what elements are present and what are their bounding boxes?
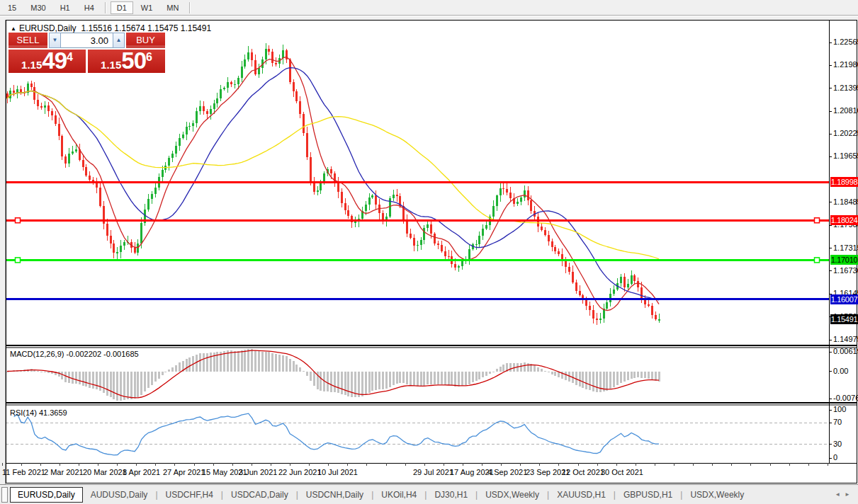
collapse-triangle-icon: ▲	[11, 25, 16, 32]
price-tick-1.19655: 1.19655	[833, 151, 858, 160]
tab-UKOil-H4[interactable]: UKOil,H4	[373, 488, 424, 502]
price-badge-1.18024: 1.18024	[830, 215, 858, 225]
overlay-MA-slow	[7, 91, 659, 259]
tab-USDX-Weekly[interactable]: USDX,Weekly	[682, 488, 752, 502]
sell-button[interactable]: SELL	[9, 33, 47, 48]
price-tick-1.14975: 1.14975	[833, 335, 858, 343]
price-tick-1.20225: 1.20225	[833, 129, 858, 137]
date-label: 11 Feb 2021	[2, 468, 45, 476]
price-tick-1.20810: 1.20810	[833, 106, 858, 115]
price-badge-1.15491: 1.15491	[830, 314, 858, 324]
rsi-indicator-label: RSI(14) 41.3659	[10, 408, 67, 417]
tab-scroll-right-icon[interactable]: ►	[845, 491, 854, 498]
date-label: 30 Oct 2021	[601, 468, 643, 476]
macd-zero-tick: 0.00	[833, 367, 848, 375]
sell-price-prefix: 1.15	[21, 59, 42, 71]
tab-EURUSD-Daily[interactable]: EURUSD,Daily	[10, 487, 83, 503]
mt4-window: 15M30H1H4D1W1MN ▲EURUSD,Daily1.15516 1.1…	[0, 0, 858, 504]
price-tick-1.17315: 1.17315	[833, 244, 858, 252]
buy-price-big: 50	[121, 50, 146, 71]
price-badge-1.18998: 1.18998	[830, 177, 858, 187]
date-label: 3 Jun 2021	[239, 468, 277, 476]
buy-button[interactable]: BUY	[126, 33, 165, 48]
tab-scroll-arrows[interactable]: ◄►	[835, 491, 854, 498]
chart-title: ▲EURUSD,Daily1.15516 1.15674 1.15475 1.1…	[11, 23, 211, 33]
chart-tab-bar: EURUSD,DailyAUDUSD,Daily|USDCHF,H4|USDCA…	[0, 484, 858, 504]
date-label: 10 Jul 2021	[317, 468, 358, 476]
date-label: 22 Jun 2021	[278, 468, 322, 476]
macd-indicator-label: MACD(12,26,9) -0.002202 -0.001685	[10, 350, 139, 358]
tab-USDCNH-Daily[interactable]: USDCNH,Daily	[298, 488, 371, 502]
overlay-MA-medium	[7, 68, 659, 300]
rsi-0-tick: 0	[833, 453, 837, 462]
price-badge-1.16007: 1.16007	[830, 294, 858, 304]
date-label: 2 Mar 2021	[44, 468, 84, 476]
buy-price-prefix: 1.15	[101, 59, 121, 71]
date-label: 12 Oct 2021	[562, 468, 604, 476]
tab-GBPUSD-H1[interactable]: GBPUSD,H1	[616, 488, 680, 502]
tab-scroll-stub[interactable]	[1, 487, 8, 503]
one-click-trading-widget: SELL ▼ ▲ BUY 1.15494 1.15506	[9, 33, 165, 73]
date-label: 27 Apr 2021	[163, 468, 205, 476]
tab-scroll-left-icon[interactable]: ◄	[835, 491, 845, 498]
price-tick-1.22565: 1.22565	[833, 38, 858, 46]
price-tick-1.18485: 1.18485	[833, 197, 858, 206]
macd-max-tick: 0.006193	[833, 347, 858, 355]
rsi-30-tick: 30	[833, 440, 842, 448]
price-tick-1.21395: 1.21395	[833, 84, 858, 92]
macd-min-tick: -0.00762	[833, 394, 858, 402]
price-badge-1.17010: 1.17010	[830, 255, 858, 265]
tab-USDX-Weekly[interactable]: USDX,Weekly	[478, 488, 547, 502]
chart-canvas	[0, 0, 858, 504]
chart-symbol-label: EURUSD,Daily	[19, 23, 77, 33]
sell-price-big: 49	[42, 50, 67, 71]
tab-DJ30-H1[interactable]: DJ30,H1	[427, 488, 475, 502]
rsi-70-tick: 70	[833, 418, 842, 426]
date-label: 8 Apr 2021	[123, 468, 160, 476]
sell-price-display[interactable]: 1.15494	[9, 50, 86, 73]
chart-ohlc-values: 1.15516 1.15674 1.15475 1.15491	[81, 23, 212, 33]
date-label: 29 Jul 2021	[413, 468, 453, 476]
candlestick-series	[6, 43, 660, 326]
tab-AUDUSD-Daily[interactable]: AUDUSD,Daily	[83, 488, 156, 502]
date-label: 20 Mar 2021	[83, 468, 127, 476]
rsi-line	[14, 413, 659, 455]
tab-XAUUSD-H1[interactable]: XAUUSD,H1	[549, 488, 614, 502]
price-tick-1.21980: 1.21980	[833, 60, 858, 69]
volume-increase-button[interactable]: ▲	[113, 33, 125, 48]
rsi-100-tick: 100	[833, 405, 846, 413]
sell-price-sup: 4	[67, 51, 73, 64]
buy-price-display[interactable]: 1.15506	[88, 50, 165, 73]
price-tick-1.16730: 1.16730	[833, 266, 858, 275]
overlay-MA-fast	[7, 57, 659, 310]
tab-USDCAD-Daily[interactable]: USDCAD,Daily	[223, 488, 296, 502]
date-label: 4 Sep 2021	[487, 468, 527, 476]
volume-input[interactable]	[61, 33, 113, 48]
tab-USDCHF-H4[interactable]: USDCHF,H4	[158, 488, 221, 502]
buy-price-sup: 6	[146, 51, 152, 64]
volume-decrease-button[interactable]: ▼	[49, 33, 61, 48]
